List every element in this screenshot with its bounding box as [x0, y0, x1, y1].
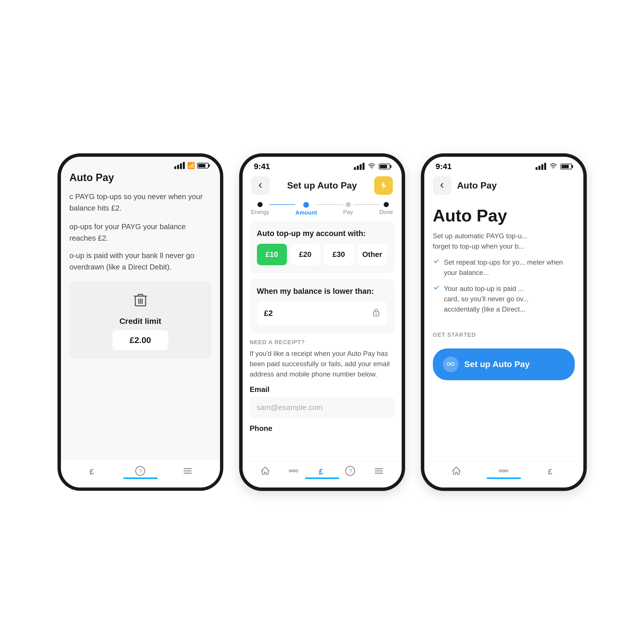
step-done-label: Done [379, 209, 393, 215]
divider-right [433, 342, 575, 343]
signal-icon-right [536, 163, 546, 170]
phones-container: 📶 Auto Pay c PAYG top-ups so you never w… [58, 153, 587, 491]
app-title-center: Set up Auto Pay [287, 180, 357, 191]
back-button-center[interactable] [251, 176, 270, 195]
amount-buttons: £10 £20 £30 Other [257, 244, 387, 265]
battery-icon-center [379, 164, 390, 169]
nav-menu-center[interactable] [373, 465, 384, 477]
credit-limit-card: Credit limit £2.00 [70, 281, 211, 359]
receipt-section: NEED A RECEIPT? If you'd like a receipt … [243, 339, 402, 439]
connector-2 [317, 204, 343, 205]
phone-label: Phone [250, 424, 395, 433]
status-time-center: 9:41 [254, 162, 270, 171]
nav-indicator-right [487, 477, 521, 479]
svg-text:£: £ [319, 467, 323, 476]
receipt-heading: NEED A RECEIPT? [250, 339, 395, 346]
svg-point-28 [503, 470, 505, 472]
email-input[interactable]: sam@example.com [250, 397, 395, 418]
status-bar-center: 9:41 [243, 157, 402, 173]
step-done: Done [379, 202, 393, 215]
step-pay-label: Pay [343, 209, 353, 215]
progress-steps: Energy Amount Pay Done [243, 201, 402, 221]
check-text-1: Set repeat top-ups for yo... meter when … [444, 257, 575, 278]
amount-30-button[interactable]: £30 [324, 244, 354, 265]
email-label: Email [250, 385, 395, 394]
status-icons-center [354, 163, 390, 171]
bottom-nav-center: £ ? [243, 461, 402, 488]
status-icons-left: 📶 [174, 162, 209, 169]
nav-network-center[interactable] [288, 465, 299, 477]
svg-point-16 [292, 470, 295, 472]
status-icons-right [536, 162, 572, 171]
auto-pay-main-title: Auto Pay [424, 201, 583, 228]
credit-value: £2.00 [112, 330, 168, 350]
svg-point-15 [296, 470, 298, 472]
nav-home-right[interactable] [451, 466, 461, 477]
battery-icon [197, 163, 209, 169]
amount-10-button[interactable]: £10 [257, 244, 287, 265]
phone-center: 9:41 [239, 153, 405, 491]
lightning-button[interactable] [374, 176, 393, 195]
svg-text:£: £ [548, 467, 552, 476]
signal-icon [174, 162, 185, 169]
step-energy: Energy [251, 202, 269, 215]
nav-indicator-center [305, 477, 339, 479]
amount-other-button[interactable]: Other [357, 244, 387, 265]
app-header-right: Auto Pay [424, 173, 583, 201]
check-text-2: Your auto top-up is paid ...card, so you… [444, 284, 529, 314]
bottom-nav-left: £ ? [61, 459, 220, 488]
left-header: Auto Pay [61, 172, 220, 188]
balance-row: £2 [257, 302, 387, 325]
step-amount: Amount [295, 202, 317, 216]
nav-network-right[interactable] [498, 465, 509, 477]
credit-label: Credit limit [119, 317, 161, 326]
step-pay: Pay [343, 202, 353, 215]
phone-left: 📶 Auto Pay c PAYG top-ups so you never w… [58, 153, 223, 491]
status-bar-right: 9:41 [424, 157, 583, 173]
battery-icon-right [560, 164, 572, 169]
nav-help-center[interactable]: ? [345, 465, 356, 477]
svg-text:?: ? [349, 468, 352, 474]
nav-home-center[interactable] [260, 466, 270, 477]
svg-point-10 [371, 168, 372, 169]
check-icon-1 [433, 258, 440, 267]
nav-pound-right[interactable]: £ [546, 466, 556, 477]
balance-section: When my balance is lower than: £2 [250, 279, 395, 333]
back-button-right[interactable] [433, 176, 451, 195]
trash-icon[interactable] [134, 293, 147, 311]
svg-text:?: ? [139, 468, 142, 474]
email-placeholder: sam@example.com [257, 403, 323, 412]
svg-point-27 [506, 470, 508, 472]
nav-pound-center[interactable]: £ [317, 466, 327, 477]
svg-text:£: £ [90, 467, 94, 476]
left-body-text3: o-up is paid with your bank ll never go … [61, 248, 220, 274]
wifi-icon: 📶 [187, 162, 195, 169]
lock-icon [372, 308, 380, 319]
auto-pay-description: Set up automatic PAYG top-u...forget to … [424, 228, 583, 257]
svg-point-25 [553, 168, 554, 169]
infinity-icon [443, 356, 459, 372]
amount-20-button[interactable]: £20 [290, 244, 320, 265]
connector-3 [353, 204, 379, 205]
right-header-title: Auto Pay [457, 180, 497, 191]
phone-right: 9:41 [421, 153, 587, 491]
get-started-label: GET STARTED [424, 329, 583, 342]
bottom-nav-right: £ [424, 461, 583, 488]
nav-pound-left[interactable]: £ [88, 466, 98, 477]
wifi-icon-right [550, 162, 557, 171]
setup-btn-text: Set up Auto Pay [464, 359, 530, 369]
svg-point-26 [499, 470, 502, 472]
nav-menu-left[interactable] [182, 465, 193, 477]
svg-point-14 [289, 470, 291, 472]
check-icon-2 [433, 284, 440, 293]
left-title: Auto Pay [70, 172, 114, 183]
setup-auto-pay-button[interactable]: Set up Auto Pay [433, 348, 575, 380]
amount-section: Auto top-up my account with: £10 £20 £30… [250, 221, 395, 273]
signal-icon-center [354, 163, 364, 170]
amount-section-title: Auto top-up my account with: [257, 229, 387, 238]
nav-help-left[interactable]: ? [135, 465, 146, 477]
nav-indicator-left [123, 477, 158, 479]
check-item-1: Set repeat top-ups for yo... meter when … [433, 257, 575, 278]
balance-section-title: When my balance is lower than: [257, 287, 387, 296]
status-time-right: 9:41 [436, 162, 452, 171]
